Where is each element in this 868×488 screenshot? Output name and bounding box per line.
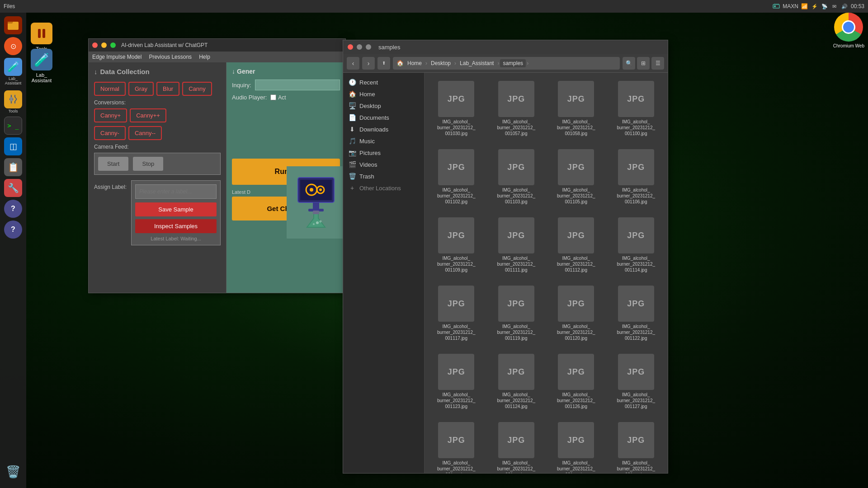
sidebar-item-videos[interactable]: 🎬 Videos [343, 159, 424, 170]
stop-camera-btn[interactable]: Stop [133, 157, 163, 171]
jpg-icon-1: JPG [498, 81, 534, 117]
svg-rect-17 [313, 202, 319, 209]
dock-item-help1[interactable]: ? [3, 200, 24, 218]
file-item-1[interactable]: JPGIMG_alcohol_ burner_20231212_ 001057.… [490, 78, 543, 139]
lab-min-btn[interactable] [101, 42, 107, 48]
sidebar-item-home[interactable]: 🏠 Home [343, 88, 424, 100]
file-item-13[interactable]: JPGIMG_alcohol_ burner_20231212_ 001119.… [490, 283, 543, 344]
file-item-12[interactable]: JPGIMG_alcohol_ burner_20231212_ 001117.… [430, 283, 483, 344]
start-camera-btn[interactable]: Start [98, 157, 128, 171]
dock-item-calendar[interactable]: 📋 [3, 158, 24, 176]
btn-canny[interactable]: Canny [182, 82, 212, 96]
sidebar-item-recent[interactable]: 🕐 Recent [343, 76, 424, 88]
inquiry-row: Inquiry: [232, 80, 340, 90]
jpg-icon-7: JPG [618, 149, 654, 185]
sidebar-item-other-locations[interactable]: + Other Locations [343, 182, 424, 194]
svg-rect-10 [42, 29, 45, 38]
file-item-16[interactable]: JPGIMG_alcohol_ burner_20231212_ 001123.… [430, 351, 483, 412]
btn-normal[interactable]: Normal [94, 82, 126, 96]
audio-checkbox[interactable]: Act [270, 94, 286, 101]
menu-edge-impulse[interactable]: Edge Impulse Model [92, 54, 142, 60]
file-item-8[interactable]: JPGIMG_alcohol_ burner_20231212_ 001109.… [430, 215, 483, 276]
lab-max-btn[interactable] [110, 42, 116, 48]
file-item-3[interactable]: JPGIMG_alcohol_ burner_20231212_ 001100.… [610, 78, 663, 139]
home-icon: 🏠 [349, 90, 356, 98]
nav-forward-btn[interactable]: › [362, 57, 375, 70]
breadcrumb-sep-1: › [425, 60, 427, 66]
lab-menubar: Edge Impulse Model Previous Lessons Help [89, 52, 345, 62]
breadcrumb-sep-4: › [527, 60, 528, 66]
file-item-0[interactable]: JPGIMG_alcohol_ burner_20231212_ 001030.… [430, 78, 483, 139]
file-item-19[interactable]: JPGIMG_alcohol_ burner_20231212_ 001127.… [610, 351, 663, 412]
file-item-18[interactable]: JPGIMG_alcohol_ burner_20231212_ 001126.… [550, 351, 603, 412]
files-min-btn[interactable] [357, 44, 362, 50]
lab-assistant-window: AI-driven Lab Assistant w/ ChatGPT Edge … [88, 38, 346, 293]
chromium-desktop-icon[interactable]: Chromium Web [833, 13, 864, 48]
file-item-5[interactable]: JPGIMG_alcohol_ burner_20231212_ 001103.… [490, 146, 543, 207]
file-item-21[interactable]: JPGIMG_alcohol_ burner_20231212_ 001xxx.… [490, 419, 543, 473]
sidebar-item-music[interactable]: 🎵 Music [343, 135, 424, 147]
file-item-14[interactable]: JPGIMG_alcohol_ burner_20231212_ 001120.… [550, 283, 603, 344]
sidebar-item-documents[interactable]: 📄 Documents [343, 112, 424, 123]
file-item-9[interactable]: JPGIMG_alcohol_ burner_20231212_ 001111.… [490, 215, 543, 276]
menu-previous-lessons[interactable]: Previous Lessons [149, 54, 192, 60]
file-item-2[interactable]: JPGIMG_alcohol_ burner_20231212_ 001058.… [550, 78, 603, 139]
files-close-btn[interactable] [348, 44, 353, 50]
btn-canny-minus[interactable]: Canny- [94, 126, 126, 140]
sidebar-item-trash[interactable]: 🗑️ Trash [343, 170, 424, 182]
btn-canny-plus[interactable]: Canny+ [94, 108, 127, 122]
dock-item-tools[interactable]: Tools [3, 90, 24, 114]
file-item-6[interactable]: JPGIMG_alcohol_ burner_20231212_ 001105.… [550, 146, 603, 207]
file-item-7[interactable]: JPGIMG_alcohol_ burner_20231212_ 001106.… [610, 146, 663, 207]
btn-blur[interactable]: Blur [156, 82, 179, 96]
save-sample-button[interactable]: Save Sample [135, 202, 217, 216]
sidebar-item-desktop[interactable]: 🖥️ Desktop [343, 100, 424, 112]
lab-close-btn[interactable] [92, 42, 98, 48]
file-item-15[interactable]: JPGIMG_alcohol_ burner_20231212_ 001122.… [610, 283, 663, 344]
dock-item-home[interactable]: ⊙ [3, 37, 24, 55]
files-max-btn[interactable] [366, 44, 371, 50]
file-item-20[interactable]: JPGIMG_alcohol_ burner_20231212_ 001xxx.… [430, 419, 483, 473]
nav-back-btn[interactable]: ‹ [347, 57, 359, 70]
file-name-13: IMG_alcohol_ burner_20231212_ 001119.jpg [497, 324, 535, 341]
desktop-icon-lab-assistant[interactable]: 🧪 Lab_Assistant [31, 49, 52, 83]
file-item-22[interactable]: JPGIMG_alcohol_ burner_20231212_ 001xxx.… [550, 419, 603, 473]
view-options-btn[interactable]: ⊞ [637, 57, 650, 70]
bluetooth-icon: ⚡ [811, 3, 818, 10]
files-grid-area: JPGIMG_alcohol_ burner_20231212_ 001030.… [425, 73, 668, 473]
nav-up-btn[interactable]: ⬆ [377, 57, 390, 70]
file-name-4: IMG_alcohol_ burner_20231212_ 001102.jpg [437, 187, 476, 205]
dock-item-terminal[interactable]: > _ [3, 117, 24, 135]
file-item-4[interactable]: JPGIMG_alcohol_ burner_20231212_ 001102.… [430, 146, 483, 207]
jpg-icon-0: JPG [438, 81, 474, 117]
dock-item-files[interactable] [3, 16, 24, 34]
menu-help[interactable]: Help [199, 54, 210, 60]
file-item-17[interactable]: JPGIMG_alcohol_ burner_20231212_ 001124.… [490, 351, 543, 412]
audio-checkbox-input[interactable] [270, 94, 276, 100]
dock-item-wrench[interactable]: 🔧 [3, 179, 24, 197]
dock-item-trash[interactable]: 🗑️ [3, 463, 24, 481]
breadcrumb-samples[interactable]: samples [500, 59, 526, 67]
breadcrumb-home[interactable]: Home [405, 59, 425, 67]
inquiry-field[interactable] [255, 80, 340, 90]
dock-item-lab-assistant[interactable]: 🧪 Lab_Assistant [3, 58, 24, 86]
btn-gray[interactable]: Gray [128, 82, 154, 96]
sidebar-item-pictures[interactable]: 📷 Pictures [343, 147, 424, 159]
dock-item-vscode[interactable]: ◫ [3, 137, 24, 155]
file-name-10: IMG_alcohol_ burner_20231212_ 001112.jpg [557, 255, 595, 273]
gpu-label: MAXN [783, 3, 798, 9]
menu-btn[interactable]: ☰ [651, 57, 664, 70]
desktop-icon-tools[interactable]: Tools [31, 23, 52, 52]
breadcrumb-desktop[interactable]: Desktop [428, 59, 453, 67]
file-item-11[interactable]: JPGIMG_alcohol_ burner_20231212_ 001114.… [610, 215, 663, 276]
btn-canny-plusplus[interactable]: Canny++ [130, 108, 166, 122]
file-item-23[interactable]: JPGIMG_alcohol_ burner_20231212_ 001xxx.… [610, 419, 663, 473]
dock-item-help2[interactable]: ? [3, 221, 24, 239]
search-btn[interactable]: 🔍 [623, 57, 635, 70]
btn-canny-minusminus[interactable]: Canny-- [128, 126, 162, 140]
file-item-10[interactable]: JPGIMG_alcohol_ burner_20231212_ 001112.… [550, 215, 603, 276]
inspect-samples-button[interactable]: Inspect Samples [135, 219, 217, 233]
sidebar-item-downloads[interactable]: ⬇ Downloads [343, 123, 424, 135]
label-input[interactable] [135, 184, 217, 199]
breadcrumb-lab-assistant[interactable]: Lab_Assistant [457, 59, 496, 67]
